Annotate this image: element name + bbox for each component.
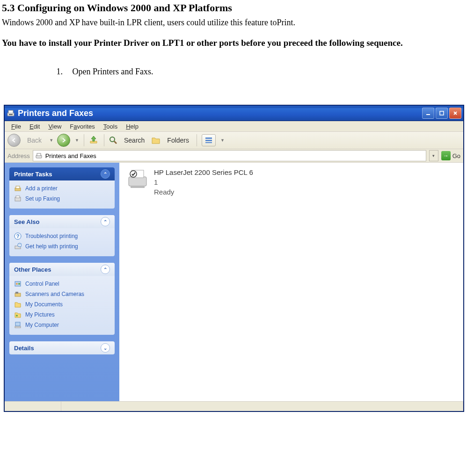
folders-icon bbox=[151, 136, 161, 144]
titlebar[interactable]: Printers and Faxes bbox=[5, 106, 463, 121]
panel-details: Details ⌄ bbox=[9, 341, 115, 354]
control-panel-icon bbox=[14, 280, 22, 288]
separator bbox=[197, 134, 197, 146]
svg-rect-24 bbox=[15, 292, 18, 294]
menu-tools[interactable]: Tools bbox=[100, 122, 121, 131]
maximize-button[interactable] bbox=[436, 108, 448, 119]
svg-point-22 bbox=[18, 283, 20, 285]
svg-rect-6 bbox=[205, 137, 212, 139]
svg-rect-26 bbox=[15, 322, 20, 326]
sidebar-item-setup-faxing[interactable]: Set up Faxing bbox=[14, 194, 110, 204]
minimize-button[interactable] bbox=[422, 108, 434, 119]
sidebar-item-label: Troubleshoot printing bbox=[25, 233, 78, 239]
svg-rect-30 bbox=[131, 186, 145, 188]
go-label: Go bbox=[452, 152, 460, 159]
printer-item[interactable]: HP LaserJet 2200 Series PCL 6 1 Ready bbox=[126, 167, 457, 197]
sidebar-item-label: Control Panel bbox=[25, 281, 59, 287]
menu-edit[interactable]: Edit bbox=[26, 122, 44, 131]
panel-header-see-also[interactable]: See Also ⌃ bbox=[9, 215, 115, 228]
up-button[interactable] bbox=[89, 135, 99, 146]
fax-icon bbox=[14, 195, 22, 202]
svg-point-5 bbox=[110, 137, 115, 142]
collapse-icon[interactable]: ⌃ bbox=[101, 169, 110, 179]
svg-rect-2 bbox=[9, 114, 13, 115]
collapse-icon[interactable]: ⌃ bbox=[101, 217, 110, 226]
panel-header-printer-tasks[interactable]: Printer Tasks ⌃ bbox=[9, 167, 115, 180]
printer-status: Ready bbox=[154, 187, 253, 197]
sidebar-item-label: My Documents bbox=[25, 301, 63, 308]
menu-view[interactable]: View bbox=[44, 122, 65, 131]
printer-info: HP LaserJet 2200 Series PCL 6 1 Ready bbox=[154, 167, 253, 197]
svg-rect-1 bbox=[8, 110, 13, 113]
svg-point-21 bbox=[16, 283, 18, 285]
sidebar-item-troubleshoot[interactable]: ? Troubleshoot printing bbox=[14, 231, 110, 241]
search-button[interactable]: Search bbox=[121, 135, 147, 145]
svg-rect-7 bbox=[205, 140, 212, 141]
svg-rect-3 bbox=[426, 114, 430, 115]
address-field[interactable]: Printers and Faxes bbox=[33, 150, 426, 161]
separator bbox=[84, 134, 84, 146]
go-icon: → bbox=[441, 151, 451, 160]
sidebar-item-get-help[interactable]: ? Get help with printing bbox=[14, 241, 110, 252]
sidebar-item-label: My Computer bbox=[25, 322, 59, 328]
back-dropdown[interactable]: ▼ bbox=[49, 138, 53, 143]
step-number: 1. bbox=[2, 67, 70, 77]
panel-header-details[interactable]: Details ⌄ bbox=[9, 341, 115, 354]
window-icon bbox=[7, 109, 15, 117]
panel-see-also: See Also ⌃ ? Troubleshoot printing ? bbox=[9, 215, 115, 256]
sidebar-item-control-panel[interactable]: Control Panel bbox=[14, 279, 110, 289]
svg-rect-8 bbox=[205, 142, 212, 143]
help-icon: ? bbox=[14, 232, 22, 240]
menu-favorites[interactable]: Favorites bbox=[66, 122, 98, 131]
address-dropdown[interactable]: ▾ bbox=[429, 150, 438, 161]
collapse-icon[interactable]: ⌃ bbox=[101, 265, 110, 274]
address-icon bbox=[35, 152, 43, 159]
sidebar-item-my-computer[interactable]: My Computer bbox=[14, 320, 110, 330]
svg-rect-23 bbox=[15, 293, 21, 296]
window-title: Printers and Faxes bbox=[18, 108, 422, 118]
section-heading: 5.3 Configuring on Windows 2000 and XP P… bbox=[2, 2, 465, 14]
status-cell bbox=[61, 402, 463, 411]
svg-point-31 bbox=[130, 171, 137, 177]
close-button[interactable] bbox=[449, 108, 461, 119]
svg-text:?: ? bbox=[19, 244, 21, 247]
forward-button[interactable] bbox=[57, 134, 70, 147]
printer-icon bbox=[126, 167, 149, 191]
menu-file[interactable]: File bbox=[7, 122, 25, 131]
sidebar-item-label: My Pictures bbox=[25, 311, 55, 318]
printer-name: HP LaserJet 2200 Series PCL 6 bbox=[154, 167, 253, 177]
printer-docs: 1 bbox=[154, 177, 253, 187]
svg-rect-14 bbox=[16, 196, 20, 198]
sidebar-item-my-pictures[interactable]: My Pictures bbox=[14, 310, 110, 320]
back-button[interactable] bbox=[7, 134, 21, 147]
panel-title: Printer Tasks bbox=[14, 171, 52, 178]
sidebar-item-label: Get help with printing bbox=[25, 243, 78, 250]
expand-icon[interactable]: ⌄ bbox=[101, 343, 110, 353]
note-paragraph: You have to install your Printer Driver … bbox=[2, 34, 465, 52]
panel-header-other-places[interactable]: Other Places ⌃ bbox=[9, 263, 115, 276]
sidebar-item-label: Scanners and Cameras bbox=[25, 291, 84, 297]
folders-button[interactable]: Folders bbox=[164, 135, 192, 145]
go-button[interactable]: → Go bbox=[441, 151, 460, 160]
documents-icon bbox=[14, 301, 22, 308]
content-area[interactable]: HP LaserJet 2200 Series PCL 6 1 Ready bbox=[119, 163, 463, 401]
status-cell bbox=[5, 402, 61, 411]
address-label: Address bbox=[7, 152, 30, 159]
sidebar-item-add-printer[interactable]: Add a printer bbox=[14, 183, 110, 194]
svg-rect-10 bbox=[37, 153, 41, 156]
printers-faxes-window: Printers and Faxes File Edit View Favori… bbox=[4, 105, 464, 412]
menu-help[interactable]: Help bbox=[122, 122, 142, 131]
intro-paragraph: Windows 2000 and XP have built-in LPR cl… bbox=[2, 18, 465, 28]
sidebar-item-label: Set up Faxing bbox=[25, 195, 60, 202]
printer-add-icon bbox=[14, 185, 22, 192]
sidebar-item-scanners[interactable]: Scanners and Cameras bbox=[14, 289, 110, 299]
separator bbox=[104, 134, 104, 146]
forward-dropdown[interactable]: ▼ bbox=[75, 138, 79, 143]
scanner-icon bbox=[14, 290, 22, 298]
sidebar-item-my-documents[interactable]: My Documents bbox=[14, 299, 110, 310]
views-dropdown[interactable]: ▼ bbox=[220, 138, 225, 143]
panel-printer-tasks: Printer Tasks ⌃ Add a printer bbox=[9, 167, 115, 209]
views-button[interactable] bbox=[202, 134, 216, 146]
svg-point-25 bbox=[16, 315, 18, 317]
help-print-icon: ? bbox=[14, 243, 22, 250]
